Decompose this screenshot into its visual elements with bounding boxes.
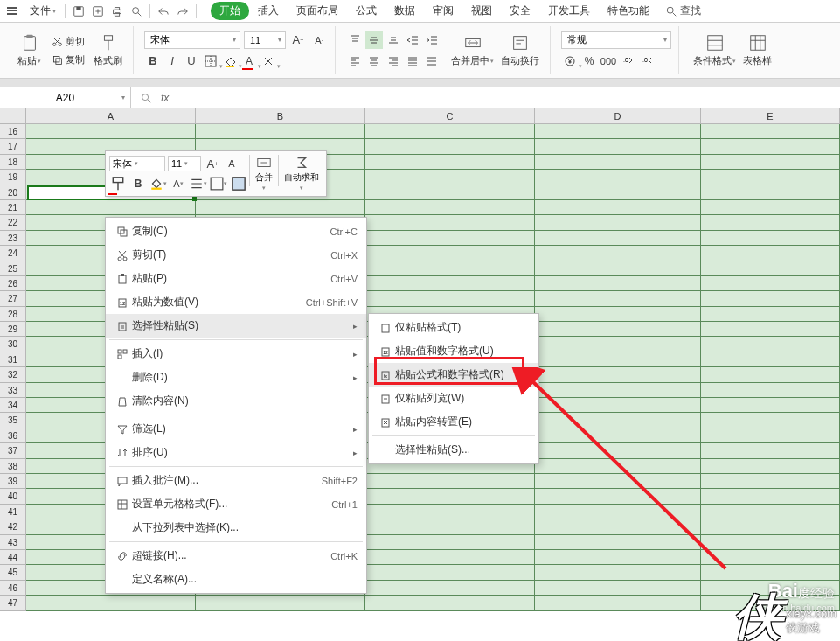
tab-data[interactable]: 数据: [385, 0, 424, 22]
cell[interactable]: [535, 413, 701, 428]
cell[interactable]: [535, 367, 701, 382]
sub-paste-value-num[interactable]: 12 粘贴值和数字格式(U): [369, 339, 538, 363]
cell[interactable]: [535, 398, 701, 413]
search-button[interactable]: 查找: [665, 3, 701, 18]
row-header-47[interactable]: 47: [0, 596, 26, 610]
cell[interactable]: [26, 596, 196, 610]
tab-insert[interactable]: 插入: [249, 0, 288, 22]
cell[interactable]: [365, 489, 535, 504]
cell[interactable]: [535, 215, 701, 230]
row-header-46[interactable]: 46: [0, 581, 26, 596]
row-header-30[interactable]: 30: [0, 337, 26, 352]
cell[interactable]: [365, 505, 535, 519]
row-header-34[interactable]: 34: [0, 398, 26, 413]
cell[interactable]: [535, 337, 701, 352]
mini-autosum-button[interactable]: 自动求和▾: [281, 155, 323, 192]
row-header-42[interactable]: 42: [0, 519, 26, 534]
cell[interactable]: [535, 596, 701, 610]
cell[interactable]: [196, 596, 365, 610]
align-bottom-icon[interactable]: [385, 31, 402, 49]
decrease-indent-icon[interactable]: [404, 31, 421, 49]
cell[interactable]: [701, 459, 840, 474]
increase-indent-icon[interactable]: [423, 31, 441, 49]
row-header-26[interactable]: 26: [0, 276, 26, 291]
cell[interactable]: [535, 139, 701, 154]
row-header-44[interactable]: 44: [0, 550, 26, 565]
align-top-icon[interactable]: [346, 31, 364, 49]
mini-increase-font-icon[interactable]: A+: [204, 155, 221, 172]
cell[interactable]: [701, 170, 840, 185]
conditional-format-button[interactable]: 条件格式▾: [690, 31, 739, 69]
cell[interactable]: [535, 246, 701, 261]
cell[interactable]: [701, 474, 840, 489]
ctx-sort[interactable]: 排序(U) ▸: [106, 441, 366, 464]
cell[interactable]: [701, 535, 840, 550]
cell[interactable]: [365, 276, 535, 291]
cell[interactable]: [196, 124, 365, 139]
number-format-select[interactable]: 常规▾: [561, 31, 671, 49]
row-header-39[interactable]: 39: [0, 474, 26, 489]
sub-paste-transpose[interactable]: 粘贴内容转置(E): [369, 410, 538, 434]
cell[interactable]: [535, 519, 701, 534]
tab-security[interactable]: 安全: [501, 0, 539, 22]
cell[interactable]: [535, 535, 701, 550]
mini-font-size[interactable]: 11▾: [168, 156, 201, 171]
clear-format-icon[interactable]: [260, 52, 277, 70]
sub-paste-colwidth[interactable]: 仅粘贴列宽(W): [369, 387, 538, 410]
cell[interactable]: [26, 200, 196, 215]
italic-icon[interactable]: I: [163, 52, 181, 70]
row-header-17[interactable]: 17: [0, 139, 26, 154]
cell[interactable]: [701, 505, 840, 519]
cell[interactable]: [701, 413, 840, 428]
row-header-19[interactable]: 19: [0, 170, 26, 185]
underline-icon[interactable]: U: [183, 52, 200, 70]
merge-center-button[interactable]: 合并居中▾: [448, 31, 497, 69]
justify-icon[interactable]: [404, 52, 421, 70]
mini-decrease-font-icon[interactable]: A-: [224, 155, 241, 172]
column-header-B[interactable]: B: [196, 108, 365, 123]
cell[interactable]: [535, 581, 701, 596]
cell[interactable]: [701, 139, 840, 154]
row-header-20[interactable]: 20: [0, 185, 26, 200]
cell[interactable]: [701, 565, 840, 580]
redo-icon[interactable]: [173, 2, 192, 21]
row-header-27[interactable]: 27: [0, 291, 26, 306]
tab-developer[interactable]: 开发工具: [539, 0, 599, 22]
cell[interactable]: [365, 535, 535, 550]
cell[interactable]: [535, 231, 701, 246]
cell[interactable]: [365, 581, 535, 596]
align-right-icon[interactable]: [385, 52, 402, 70]
row-header-33[interactable]: 33: [0, 383, 26, 398]
cell[interactable]: [196, 200, 365, 215]
cell[interactable]: [701, 155, 840, 170]
font-name-select[interactable]: 宋体▾: [144, 31, 240, 49]
mini-merge-button[interactable]: 合并▾: [252, 155, 276, 192]
cell[interactable]: [701, 398, 840, 413]
cell[interactable]: [26, 124, 196, 139]
ctx-delete[interactable]: 删除(D) ▸: [106, 366, 366, 389]
save-icon[interactable]: [69, 2, 88, 21]
row-header-21[interactable]: 21: [0, 200, 26, 215]
row-header-25[interactable]: 25: [0, 261, 26, 276]
mini-bold-icon[interactable]: B: [129, 175, 147, 192]
cell[interactable]: [535, 322, 701, 337]
increase-font-icon[interactable]: A+: [289, 31, 307, 49]
cell[interactable]: [535, 170, 701, 185]
mini-format-painter-icon[interactable]: [109, 175, 127, 192]
cell[interactable]: [701, 261, 840, 276]
ctx-dropdown-list[interactable]: 从下拉列表中选择(K)...: [106, 516, 366, 540]
cell[interactable]: [365, 185, 535, 200]
cell[interactable]: [365, 246, 535, 261]
tab-review[interactable]: 审阅: [424, 0, 462, 22]
fill-color-icon[interactable]: [221, 52, 239, 70]
row-header-24[interactable]: 24: [0, 246, 26, 261]
align-left-icon[interactable]: [346, 52, 364, 70]
cell[interactable]: [535, 428, 701, 443]
cell[interactable]: [701, 489, 840, 504]
cell[interactable]: [365, 231, 535, 246]
cell[interactable]: [701, 519, 840, 534]
cell[interactable]: [701, 291, 840, 306]
cell[interactable]: [365, 215, 535, 230]
ctx-clear[interactable]: 清除内容(N): [106, 389, 366, 413]
row-header-36[interactable]: 36: [0, 428, 26, 443]
